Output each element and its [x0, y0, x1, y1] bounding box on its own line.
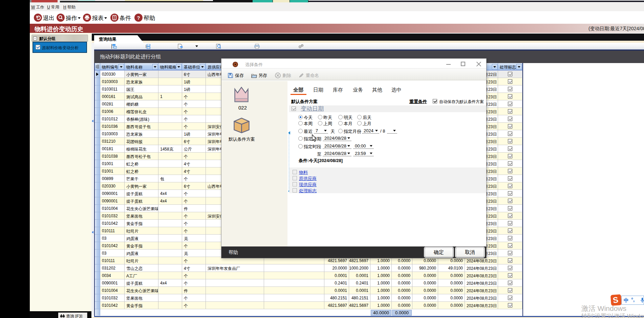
svg-text:?: ?	[137, 15, 140, 21]
